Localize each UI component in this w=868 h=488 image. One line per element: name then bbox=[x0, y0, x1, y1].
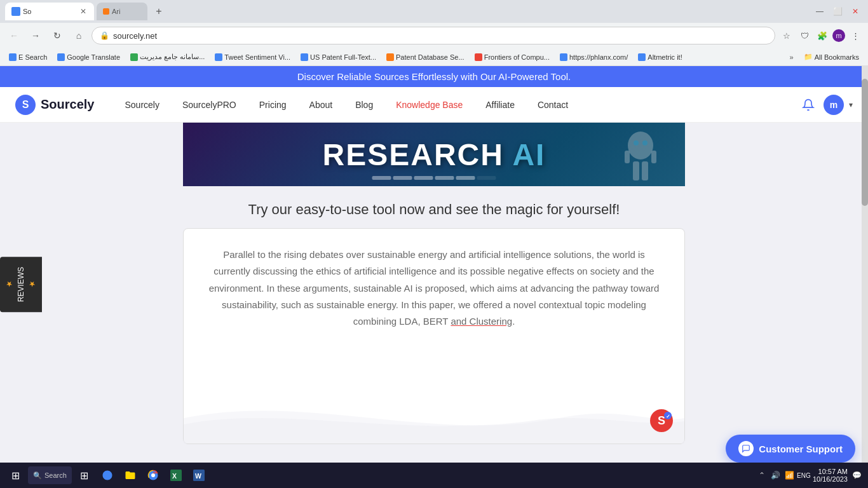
back-button[interactable]: ← bbox=[5, 27, 23, 44]
bookmarks-more-btn[interactable]: » bbox=[786, 52, 797, 62]
svg-rect-4 bbox=[651, 151, 656, 163]
taskbar: ⊞ 🔍 Search ⊞ X W ⌃ 🔊 📶 ENG 10:57 AM 10/1… bbox=[0, 463, 868, 488]
taskbar-app-excel[interactable]: X bbox=[166, 465, 186, 485]
bookmark-label: Patent Database Se... bbox=[396, 53, 465, 61]
hero-image: RESEARCH AI bbox=[183, 123, 685, 186]
bookmark-favicon bbox=[301, 53, 308, 61]
system-time[interactable]: 10:57 AM 10/16/2023 bbox=[813, 468, 848, 483]
nav-bar: ← → ↻ ⌂ 🔒 sourcely.net ☆ 🛡 🧩 m ⋮ bbox=[0, 23, 868, 48]
tab-bar: So ✕ Ari + — ⬜ ✕ bbox=[0, 0, 868, 23]
scrollbar[interactable] bbox=[862, 66, 868, 488]
underlined-text: and Clustering bbox=[451, 316, 512, 327]
taskbar-app-files[interactable] bbox=[120, 465, 140, 485]
new-tab-button[interactable]: + bbox=[150, 3, 168, 20]
extensions-icon[interactable]: 🧩 bbox=[815, 28, 830, 43]
bookmark-favicon bbox=[475, 53, 482, 61]
taskbar-app-edge[interactable] bbox=[97, 465, 118, 485]
tab-favicon bbox=[103, 8, 109, 15]
nav-knowledge-base[interactable]: Knowledge Base bbox=[386, 95, 473, 115]
page-content: Discover Reliable Sources Effortlessly w… bbox=[0, 66, 868, 488]
inactive-tab[interactable]: Ari bbox=[97, 3, 147, 20]
tab-close-btn[interactable]: ✕ bbox=[79, 7, 88, 16]
svg-text:W: W bbox=[195, 472, 201, 480]
taskbar-app-chrome[interactable] bbox=[143, 465, 163, 485]
search-label: Search bbox=[44, 471, 67, 479]
bookmark-phlanx[interactable]: https://phlanx.com/ bbox=[556, 52, 632, 62]
taskbar-app-view[interactable]: ⊞ bbox=[74, 465, 95, 485]
tab-label: Ari bbox=[112, 8, 141, 15]
bookmark-tweet[interactable]: Tweet Sentiment Vi... bbox=[211, 52, 294, 62]
bookmark-search[interactable]: E Search bbox=[5, 52, 51, 62]
start-button[interactable]: ⊞ bbox=[5, 465, 25, 485]
sourcely-icon: S ✓ bbox=[649, 408, 674, 433]
logo-icon: S bbox=[15, 95, 36, 115]
taskbar-app-word[interactable]: W bbox=[189, 465, 209, 485]
bookmark-favicon bbox=[9, 53, 17, 61]
tray-icons: ⌃ 🔊 📶 ENG bbox=[756, 469, 810, 482]
bell-icon[interactable] bbox=[798, 95, 818, 115]
star-icon: ★ bbox=[5, 280, 14, 289]
hero-decoration bbox=[372, 176, 496, 180]
customer-support-button[interactable]: Customer Support bbox=[726, 435, 855, 463]
bookmark-label: E Search bbox=[18, 53, 47, 61]
chevron-down-icon[interactable]: ▾ bbox=[849, 100, 853, 109]
active-tab[interactable]: So ✕ bbox=[5, 3, 94, 20]
nav-sourcelyPRO[interactable]: SourcelyPRO bbox=[172, 95, 247, 115]
home-button[interactable]: ⌂ bbox=[70, 27, 88, 44]
browser-actions: ☆ 🛡 🧩 m ⋮ bbox=[779, 28, 863, 43]
site-logo[interactable]: S Sourcely bbox=[15, 95, 94, 115]
language-icon[interactable]: ENG bbox=[797, 469, 810, 482]
svg-text:X: X bbox=[172, 472, 177, 480]
up-arrow-icon[interactable]: ⌃ bbox=[756, 469, 768, 482]
address-bar[interactable]: 🔒 sourcely.net bbox=[92, 27, 775, 44]
bookmark-favicon bbox=[130, 53, 138, 61]
bookmark-favicon bbox=[386, 53, 394, 61]
network-icon[interactable]: 📶 bbox=[783, 469, 796, 482]
bookmark-patent[interactable]: US Patent Full-Text... bbox=[297, 52, 380, 62]
text-input-box[interactable]: Parallel to the rising debates over sust… bbox=[183, 228, 685, 444]
main-area: RESEARCH AI bbox=[0, 123, 868, 457]
nav-pricing[interactable]: Pricing bbox=[249, 95, 297, 115]
reviews-tab[interactable]: ★ REVIEWS ★ bbox=[0, 257, 42, 312]
nav-about[interactable]: About bbox=[299, 95, 343, 115]
bookmark-translate[interactable]: Google Translate bbox=[53, 52, 124, 62]
bookmark-frontiers[interactable]: Frontiers of Compu... bbox=[471, 52, 553, 62]
profile-icon[interactable]: m bbox=[832, 29, 845, 42]
time-display: 10:57 AM bbox=[813, 468, 848, 475]
forward-button[interactable]: → bbox=[27, 27, 44, 44]
svg-point-5 bbox=[634, 140, 639, 146]
system-tray: ⌃ 🔊 📶 ENG 10:57 AM 10/16/2023 💬 bbox=[756, 468, 863, 483]
bookmark-favicon bbox=[560, 53, 567, 61]
nav-affiliate[interactable]: Affiliate bbox=[475, 95, 525, 115]
tagline: Try our easy-to-use tool now and see the… bbox=[248, 201, 620, 218]
tab-label: So bbox=[23, 8, 76, 15]
nav-contact[interactable]: Contact bbox=[527, 95, 578, 115]
svg-rect-1 bbox=[633, 161, 639, 180]
nav-blog[interactable]: Blog bbox=[345, 95, 383, 115]
bookmark-farsi[interactable]: سامانه جامع مدیریت... bbox=[126, 51, 208, 62]
maximize-btn[interactable]: ⬜ bbox=[830, 4, 845, 19]
nav-sourcely[interactable]: Sourcely bbox=[114, 95, 169, 115]
minimize-btn[interactable]: — bbox=[812, 4, 827, 19]
menu-icon[interactable]: ⋮ bbox=[848, 28, 863, 43]
all-bookmarks-btn[interactable]: 📁 All Bookmarks bbox=[800, 51, 863, 62]
notification-icon[interactable]: 💬 bbox=[850, 469, 863, 482]
reviews-label: REVIEWS bbox=[17, 267, 25, 302]
volume-icon[interactable]: 🔊 bbox=[770, 469, 782, 482]
bookmark-icon[interactable]: ☆ bbox=[779, 28, 794, 43]
nav-actions-right: m ▾ bbox=[798, 95, 853, 115]
chat-icon bbox=[738, 441, 754, 456]
window-controls: — ⬜ ✕ bbox=[812, 4, 863, 19]
taskbar-search[interactable]: 🔍 Search bbox=[28, 466, 72, 484]
refresh-button[interactable]: ↻ bbox=[48, 27, 66, 44]
bookmark-favicon bbox=[638, 53, 646, 61]
bookmark-label: Tweet Sentiment Vi... bbox=[224, 53, 290, 61]
bookmark-altmetric[interactable]: Altmetric it! bbox=[634, 52, 686, 62]
close-btn[interactable]: ✕ bbox=[848, 4, 863, 19]
scrollbar-thumb[interactable] bbox=[862, 79, 868, 206]
user-avatar[interactable]: m bbox=[824, 95, 844, 115]
bookmark-favicon bbox=[57, 53, 65, 61]
shield-icon[interactable]: 🛡 bbox=[797, 28, 812, 43]
tab-favicon bbox=[11, 7, 20, 16]
bookmark-patent-db[interactable]: Patent Database Se... bbox=[383, 52, 468, 62]
